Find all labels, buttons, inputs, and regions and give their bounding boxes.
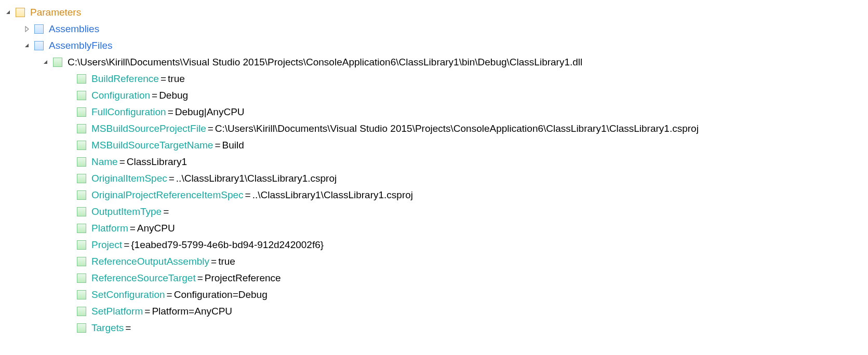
chevron-right-icon[interactable] [23, 25, 31, 33]
property-row[interactable]: Targets= [4, 320, 864, 336]
node-file[interactable]: C:\Users\Kirill\Documents\Visual Studio … [4, 54, 864, 71]
property-key: MSBuildSourceTargetName [91, 137, 213, 154]
property-key: Name [91, 154, 118, 170]
property-row[interactable]: Project= {1eabed79-5799-4e6b-bd94-912d24… [4, 237, 864, 253]
equals-sign: = [163, 203, 169, 220]
equals-sign: = [169, 170, 175, 187]
property-value: ..\ClassLibrary1\ClassLibrary1.csproj [252, 187, 413, 203]
property-value: true [168, 71, 185, 87]
property-icon [77, 307, 86, 316]
property-row[interactable]: OriginalProjectReferenceItemSpec= ..\Cla… [4, 187, 864, 203]
property-row[interactable]: ReferenceOutputAssembly= true [4, 253, 864, 270]
property-icon [77, 323, 86, 333]
property-icon [77, 74, 86, 84]
property-value: Platform=AnyCPU [152, 303, 232, 320]
property-icon [77, 107, 86, 117]
property-row[interactable]: SetConfiguration= Configuration=Debug [4, 286, 864, 303]
property-value: Debug [159, 87, 188, 104]
property-row[interactable]: BuildReference= true [4, 71, 864, 87]
property-icon [77, 257, 86, 266]
property-key: SetPlatform [91, 303, 143, 320]
property-key: SetConfiguration [91, 286, 165, 303]
property-key: Targets [91, 320, 124, 336]
property-row[interactable]: OutputItemType= [4, 203, 864, 220]
property-value: AnyCPU [137, 220, 175, 237]
property-value: C:\Users\Kirill\Documents\Visual Studio … [215, 120, 699, 137]
parameter-icon [34, 24, 44, 34]
property-row[interactable]: FullConfiguration= Debug|AnyCPU [4, 104, 864, 120]
item-icon [53, 58, 62, 67]
node-parameters[interactable]: Parameters [4, 4, 864, 21]
property-row[interactable]: SetPlatform= Platform=AnyCPU [4, 303, 864, 320]
property-key: ReferenceOutputAssembly [91, 253, 209, 270]
node-label: AssemblyFiles [49, 37, 112, 54]
property-row[interactable]: Configuration= Debug [4, 87, 864, 104]
property-icon [77, 207, 86, 216]
equals-sign: = [119, 154, 125, 170]
property-value: ..\ClassLibrary1\ClassLibrary1.csproj [176, 170, 337, 187]
equals-sign: = [130, 220, 136, 237]
property-value: Configuration=Debug [174, 286, 268, 303]
parameter-icon [34, 41, 44, 50]
property-value: {1eabed79-5799-4e6b-bd94-912d242002f6} [131, 237, 324, 253]
tree-view: ParametersAssembliesAssemblyFilesC:\User… [4, 4, 864, 336]
property-icon [77, 190, 86, 200]
property-value: Debug|AnyCPU [175, 104, 245, 120]
property-icon [77, 141, 86, 150]
property-icon [77, 91, 86, 100]
property-key: FullConfiguration [91, 104, 166, 120]
property-icon [77, 274, 86, 283]
property-key: BuildReference [91, 71, 159, 87]
equals-sign: = [144, 303, 150, 320]
property-value: ProjectReference [205, 270, 281, 286]
equals-sign: = [215, 137, 220, 154]
chevron-down-icon[interactable] [42, 58, 50, 66]
chevron-down-icon[interactable] [23, 42, 31, 50]
property-row[interactable]: Platform= AnyCPU [4, 220, 864, 237]
chevron-down-icon[interactable] [4, 8, 12, 17]
property-icon [77, 157, 86, 167]
equals-sign: = [167, 286, 172, 303]
property-key: Configuration [91, 87, 150, 104]
property-key: OriginalItemSpec [91, 170, 167, 187]
equals-sign: = [168, 104, 173, 120]
property-key: MSBuildSourceProjectFile [91, 120, 206, 137]
property-row[interactable]: MSBuildSourceTargetName= Build [4, 137, 864, 154]
node-assemblyfiles[interactable]: AssemblyFiles [4, 37, 864, 54]
equals-sign: = [125, 320, 131, 336]
node-label: Parameters [30, 4, 81, 21]
equals-sign: = [152, 87, 157, 104]
node-label: C:\Users\Kirill\Documents\Visual Studio … [68, 54, 582, 71]
property-row[interactable]: MSBuildSourceProjectFile= C:\Users\Kiril… [4, 120, 864, 137]
equals-sign: = [245, 187, 251, 203]
property-row[interactable]: ReferenceSourceTarget= ProjectReference [4, 270, 864, 286]
node-assemblies[interactable]: Assemblies [4, 21, 864, 37]
property-icon [77, 240, 86, 250]
property-key: ReferenceSourceTarget [91, 270, 196, 286]
property-key: Project [91, 237, 122, 253]
folder-icon [16, 8, 25, 17]
property-value: ClassLibrary1 [127, 154, 187, 170]
property-icon [77, 224, 86, 233]
equals-sign: = [124, 237, 129, 253]
property-icon [77, 124, 86, 133]
property-row[interactable]: Name= ClassLibrary1 [4, 154, 864, 170]
property-key: OriginalProjectReferenceItemSpec [91, 187, 244, 203]
property-row[interactable]: OriginalItemSpec= ..\ClassLibrary1\Class… [4, 170, 864, 187]
property-key: Platform [91, 220, 128, 237]
equals-sign: = [197, 270, 203, 286]
property-key: OutputItemType [91, 203, 162, 220]
property-value: true [218, 253, 235, 270]
equals-sign: = [211, 253, 217, 270]
property-value: Build [222, 137, 244, 154]
property-icon [77, 174, 86, 183]
equals-sign: = [208, 120, 213, 137]
equals-sign: = [161, 71, 166, 87]
node-label: Assemblies [49, 21, 99, 37]
property-icon [77, 290, 86, 299]
